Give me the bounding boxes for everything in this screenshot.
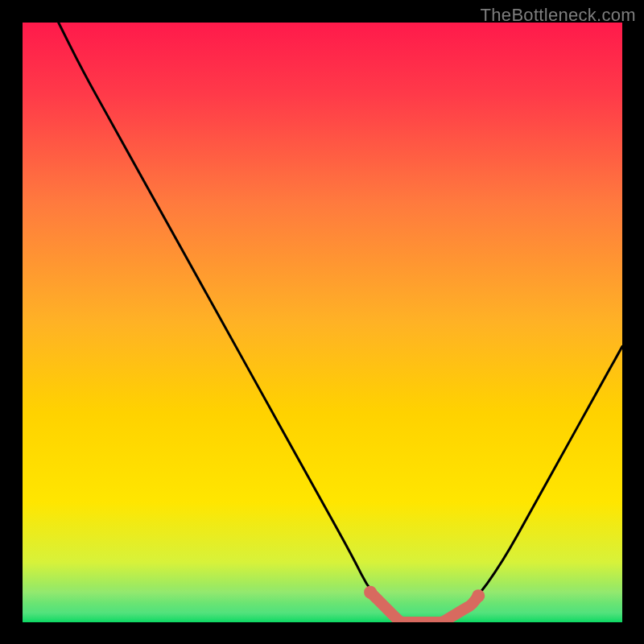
chart-svg [23, 23, 622, 622]
plot-area [23, 23, 622, 622]
watermark-text: TheBottleneck.com [481, 5, 636, 26]
optimal-range-start-cap [364, 586, 377, 599]
optimal-range-end-cap [472, 589, 485, 602]
chart-container: TheBottleneck.com [0, 0, 644, 644]
bottom-band-overlay [23, 502, 622, 622]
